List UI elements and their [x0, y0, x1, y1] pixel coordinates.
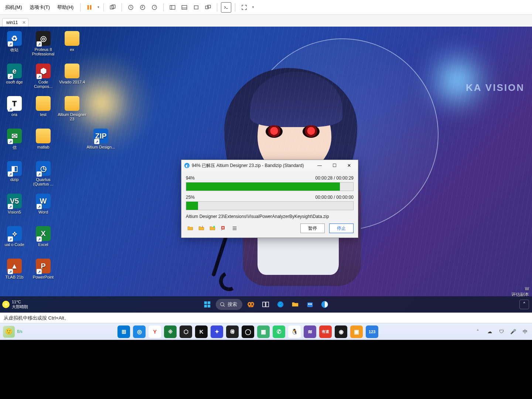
close-button[interactable]: ✕: [342, 160, 357, 171]
host-taskbar-icon[interactable]: ◯: [242, 325, 254, 338]
tray-security-icon[interactable]: 🛡: [497, 328, 505, 336]
desktop-wallpaper[interactable]: KA VISION W 评估副本 ↗♻收站↗◎Proteus 8 Profess…: [0, 27, 532, 313]
host-taskbar-icon[interactable]: ◉: [335, 325, 347, 338]
host-taskbar-icon[interactable]: ▣: [350, 325, 363, 338]
clock3-icon[interactable]: [149, 2, 160, 13]
delete-after-icon[interactable]: [219, 224, 228, 233]
desktop-icon[interactable]: ↗◷Quartus (Quartus ...: [29, 160, 58, 191]
vm-status-text: 从虚拟机中移出或按 Ctrl+Alt。: [4, 315, 69, 321]
search-input[interactable]: 搜索: [216, 299, 242, 310]
desktop-icon[interactable]: ↗XExcel: [29, 225, 58, 256]
stop-button[interactable]: 停止: [329, 224, 354, 233]
desktop-icon[interactable]: ↗WWord: [29, 192, 58, 224]
layout-side-icon[interactable]: [167, 2, 178, 13]
host-taskbar-icon[interactable]: ⊞: [117, 325, 130, 338]
vm-tab[interactable]: win11 ✕: [2, 18, 28, 27]
maximize-button[interactable]: ☐: [327, 160, 342, 171]
host-taskbar-icon[interactable]: ⬡: [180, 325, 192, 338]
clock1-icon[interactable]: [126, 2, 136, 13]
host-taskbar-icon[interactable]: ֍: [226, 325, 239, 338]
desktop-icon[interactable]: ↗▲TLAB 21b: [0, 257, 29, 289]
desktop-icon[interactable]: ↗⬢Code Compos...: [29, 62, 58, 94]
search-placeholder: 搜索: [228, 301, 237, 308]
desktop-icons: ↗♻收站↗◎Proteus 8 Professionalex↗eosoft dg…: [0, 30, 115, 289]
desktop-icon[interactable]: ↗eosoft dge: [0, 62, 29, 94]
svg-rect-28: [307, 303, 313, 307]
tray-chevron-icon[interactable]: ˄: [474, 328, 482, 336]
minimize-button[interactable]: —: [312, 160, 327, 171]
desktop-icon[interactable]: ↗♻收站: [0, 30, 29, 61]
desktop-icon[interactable]: matlab: [29, 127, 58, 159]
progress2-time: 00:00:00 / 00:00:00: [316, 195, 354, 200]
host-taskbar-icon[interactable]: ▦: [257, 325, 270, 338]
desktop-icon[interactable]: Vivado 2017.4: [58, 62, 86, 94]
tray-onedrive-icon[interactable]: ☁: [485, 328, 494, 336]
desktop-icon[interactable]: Altium Designer 23: [58, 95, 86, 126]
desktop-icon[interactable]: ↗✉信: [0, 127, 29, 159]
pause-button[interactable]: [84, 2, 95, 13]
layout-multi-icon[interactable]: [203, 2, 213, 13]
snapshot-button[interactable]: [108, 2, 118, 13]
taskbar-store-icon[interactable]: [304, 298, 316, 311]
desktop-icon[interactable]: ↗V5Vision5: [0, 192, 29, 224]
app-icon: [65, 64, 79, 78]
pause-dropdown-icon[interactable]: ▼: [97, 6, 100, 9]
vm-toolbar: 拟机(M) 选项卡(T) 帮助(H) ▼ ▼: [0, 0, 532, 15]
desktop-icon[interactable]: ↗PPowerPoint: [29, 257, 58, 289]
layout-bottom-icon[interactable]: [179, 2, 190, 13]
host-taskbar-icon[interactable]: ✦: [211, 325, 223, 338]
desktop-icon[interactable]: ↗ZIPAltium Design...: [86, 127, 115, 159]
letterbox: [0, 340, 532, 399]
host-taskbar-icon[interactable]: 123: [366, 325, 378, 338]
desktop-icon-label: Quartus (Quartus ...: [29, 177, 58, 186]
svg-line-24: [224, 306, 225, 307]
tray-expand-icon[interactable]: ˄: [519, 300, 529, 309]
console-icon[interactable]: [221, 2, 231, 13]
clock2-icon[interactable]: [137, 2, 148, 13]
taskbar-bandizip-icon[interactable]: [318, 298, 331, 311]
svg-rect-25: [263, 302, 265, 307]
taskbar-explorer-icon[interactable]: [289, 298, 301, 311]
host-taskbar: 🙂 B/s ⊞◎Y⁜⬡K✦֍◯▦✆🐧≋有道◉▣123 ˄ ☁ 🛡 🎤 中: [0, 323, 532, 340]
host-taskbar-icon[interactable]: ≋: [304, 325, 316, 338]
weather-widget[interactable]: ☀ 11°C 大部晴朗: [2, 300, 28, 310]
svg-rect-29: [308, 303, 310, 305]
host-taskbar-icon[interactable]: ◎: [133, 325, 146, 338]
menu-machine[interactable]: 拟机(M): [2, 3, 25, 12]
host-taskbar-icon[interactable]: Y: [149, 325, 161, 338]
close-icon[interactable]: ✕: [22, 20, 26, 25]
desktop-icon[interactable]: ↗◧dizip: [0, 160, 29, 191]
open-folder3-icon[interactable]: [208, 224, 217, 233]
start-button[interactable]: [201, 298, 214, 311]
current-file-path: Altium Designer 23\Extensions\VisualPowe…: [186, 214, 354, 219]
desktop-icon[interactable]: ↗◎Proteus 8 Professional: [29, 30, 58, 61]
desktop-icon-label: 收站: [10, 47, 18, 53]
desktop-icon-label: Altium Design...: [86, 145, 115, 149]
open-folder1-icon[interactable]: [186, 224, 195, 233]
menu-tabs[interactable]: 选项卡(T): [27, 3, 53, 12]
fullscreen-icon[interactable]: [239, 2, 249, 13]
menu-help[interactable]: 帮助(H): [54, 3, 76, 12]
host-avatar[interactable]: 🙂: [3, 326, 15, 338]
desktop-icon[interactable]: test: [29, 95, 58, 126]
host-taskbar-icon[interactable]: 🐧: [288, 325, 301, 338]
fullscreen-dropdown-icon[interactable]: ▼: [252, 6, 255, 9]
taskbar-taskview-icon[interactable]: [259, 298, 272, 311]
host-taskbar-icon[interactable]: K: [195, 325, 208, 338]
host-taskbar-icon[interactable]: ⁜: [164, 325, 177, 338]
layout-single-icon[interactable]: [191, 2, 201, 13]
host-taskbar-icon[interactable]: 有道: [319, 325, 332, 338]
desktop-icon[interactable]: ↗⟡ual o Code: [0, 225, 29, 256]
taskbar-copilot-icon[interactable]: 🥨: [245, 298, 257, 311]
tray-ime-icon[interactable]: 中: [521, 328, 529, 336]
open-folder2-icon[interactable]: [197, 224, 206, 233]
bandizip-icon: ◐: [184, 163, 190, 168]
taskbar-edge-icon[interactable]: [274, 298, 287, 311]
list-icon[interactable]: [230, 224, 239, 233]
pause-button[interactable]: 暂停: [300, 224, 325, 233]
dialog-titlebar[interactable]: ◐ 94% 已解压 Altium Designer 23.zip - Bandi…: [181, 160, 358, 171]
desktop-icon[interactable]: ex: [58, 30, 86, 61]
host-taskbar-icon[interactable]: ✆: [273, 325, 285, 338]
desktop-icon[interactable]: ↗Tora: [0, 95, 29, 126]
tray-mic-icon[interactable]: 🎤: [509, 328, 517, 336]
